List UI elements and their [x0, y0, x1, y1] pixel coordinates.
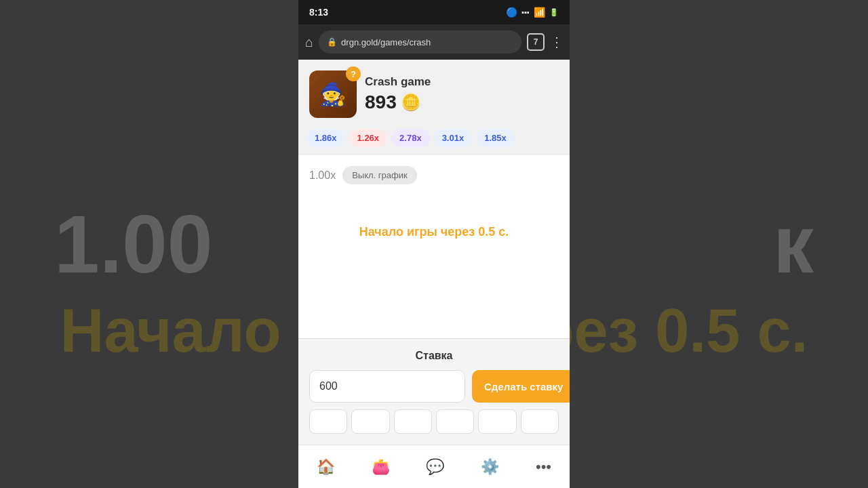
multiplier-badge-2[interactable]: 1.26x: [349, 129, 388, 147]
lock-icon: 🔒: [327, 37, 337, 47]
settings-icon: ⚙️: [481, 458, 499, 476]
bg-currency-text: к: [773, 197, 814, 291]
bet-section: Ставка Сделать ставку: [298, 338, 570, 445]
bluetooth-icon: 🔵: [506, 7, 517, 18]
status-time: 8:13: [309, 7, 328, 18]
quick-bet-4[interactable]: [436, 409, 474, 434]
game-title: Crash game: [365, 75, 431, 89]
game-controls-top: 1.00x Выкл. график: [309, 166, 559, 184]
multipliers-row: 1.86x 1.26x 2.78x 3.01x 1.85x: [298, 129, 570, 155]
balance-number: 893: [365, 92, 397, 113]
battery-icon: 🔋: [549, 8, 559, 17]
countdown-text: Начало игры через 0.5 с.: [359, 225, 509, 239]
bg-multiplier-text: 1.00: [54, 197, 213, 291]
game-area: 1.00x Выкл. график Начало игры через 0.5…: [298, 155, 570, 338]
multiplier-badge-4[interactable]: 3.01x: [434, 129, 473, 147]
status-icons: 🔵 ▪▪▪ 📶 🔋: [506, 7, 559, 18]
bottom-nav: 🏠 👛 💬 ⚙️ •••: [298, 445, 570, 488]
tabs-button[interactable]: 7: [527, 33, 545, 51]
game-info: Crash game 893 🪙: [365, 75, 431, 113]
game-balance: 893 🪙: [365, 92, 431, 113]
phone-container: 8:13 🔵 ▪▪▪ 📶 🔋 ⌂ 🔒 drgn.gold/games/crash…: [298, 0, 570, 488]
quick-bet-6[interactable]: [521, 409, 559, 434]
nav-home[interactable]: 🏠: [317, 458, 335, 476]
bet-label: Ставка: [309, 350, 559, 362]
current-multiplier: 1.00x: [309, 169, 336, 182]
quick-bets-row: [309, 409, 559, 434]
home-icon: 🏠: [317, 458, 335, 476]
nav-more[interactable]: •••: [536, 458, 551, 476]
coin-icon: 🪙: [401, 93, 421, 112]
multiplier-badge-3[interactable]: 2.78x: [391, 129, 430, 147]
browser-home-button[interactable]: ⌂: [305, 35, 313, 50]
main-content: 🧙 ? Crash game 893 🪙 1.86x 1.26x 2.78x 3…: [298, 60, 570, 445]
browser-bar: ⌂ 🔒 drgn.gold/games/crash 7 ⋮: [298, 24, 570, 60]
quick-bet-2[interactable]: [351, 409, 389, 434]
nav-chat[interactable]: 💬: [426, 458, 444, 476]
wifi-icon: 📶: [534, 7, 545, 18]
signal-icon: ▪▪▪: [521, 8, 530, 16]
multiplier-badge-1[interactable]: 1.86x: [307, 129, 345, 147]
url-bar[interactable]: 🔒 drgn.gold/games/crash: [319, 30, 521, 54]
graph-toggle-button[interactable]: Выкл. график: [342, 166, 417, 184]
quick-bet-1[interactable]: [309, 409, 347, 434]
nav-wallet[interactable]: 👛: [372, 458, 390, 476]
quick-bet-3[interactable]: [394, 409, 432, 434]
chat-icon: 💬: [426, 458, 444, 476]
game-header: 🧙 ? Crash game 893 🪙: [298, 60, 570, 129]
url-text: drgn.gold/games/crash: [341, 37, 431, 47]
browser-menu-button[interactable]: ⋮: [550, 34, 563, 50]
quick-bet-5[interactable]: [478, 409, 516, 434]
bet-input[interactable]: [309, 370, 465, 403]
wallet-icon: 👛: [372, 458, 390, 476]
bet-row: Сделать ставку: [309, 370, 559, 403]
game-icon-wrap: 🧙 ?: [309, 70, 357, 118]
bet-button[interactable]: Сделать ставку: [472, 370, 570, 403]
nav-settings[interactable]: ⚙️: [481, 458, 499, 476]
multiplier-badge-5[interactable]: 1.85x: [476, 129, 515, 147]
status-bar: 8:13 🔵 ▪▪▪ 📶 🔋: [298, 0, 570, 24]
more-icon: •••: [536, 458, 551, 476]
help-badge[interactable]: ?: [346, 66, 361, 81]
